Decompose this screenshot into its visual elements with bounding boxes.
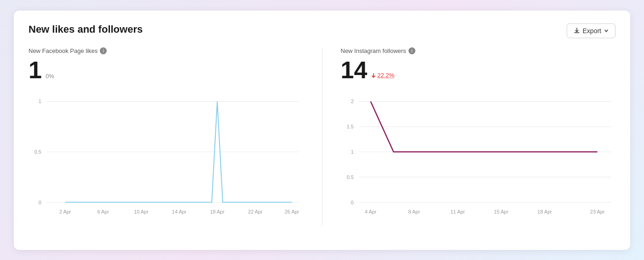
down-arrow-icon [371,73,376,78]
svg-text:1: 1 [39,98,41,104]
charts-row: New Facebook Page likes i 1 0% 1 0.5 0 [29,47,615,225]
facebook-chart-svg: 1 0.5 0 2 Apr 6 Apr 10 Apr 14 Apr 18 Apr… [29,87,304,225]
svg-text:0.5: 0.5 [346,174,353,179]
facebook-metric-change: 0% [46,73,54,80]
svg-text:18 Apr: 18 Apr [537,209,552,214]
chart-divider [322,47,322,225]
svg-text:1.5: 1.5 [346,124,353,129]
svg-text:2: 2 [351,98,353,104]
facebook-panel: New Facebook Page likes i 1 0% 1 0.5 0 [29,47,304,225]
facebook-metric-row: 1 0% [29,58,304,82]
instagram-chart: 2 1.5 1 0.5 0 4 Apr 8 Apr 11 Apr 15 Apr … [341,87,616,225]
facebook-info-icon[interactable]: i [100,47,107,54]
page-title: New likes and followers [29,23,143,35]
chevron-down-icon [604,29,609,33]
export-button[interactable]: Export [567,23,615,38]
svg-text:26 Apr: 26 Apr [285,209,299,214]
instagram-metric-value: 14 [341,58,368,82]
svg-text:0: 0 [351,199,353,205]
svg-text:11 Apr: 11 Apr [450,209,465,214]
instagram-info-icon[interactable]: i [408,47,415,54]
main-card: New likes and followers Export New Faceb… [14,11,630,250]
svg-text:0: 0 [39,199,41,205]
svg-text:22 Apr: 22 Apr [248,209,263,214]
instagram-panel: New Instagram followers i 14 22.2% [341,47,616,225]
instagram-chart-svg: 2 1.5 1 0.5 0 4 Apr 8 Apr 11 Apr 15 Apr … [341,87,616,225]
svg-text:2 Apr: 2 Apr [59,209,71,214]
instagram-metric-row: 14 22.2% [341,58,616,82]
svg-text:15 Apr: 15 Apr [494,209,508,214]
instagram-metric-change: 22.2% [371,72,394,79]
svg-text:1: 1 [351,149,353,155]
facebook-chart: 1 0.5 0 2 Apr 6 Apr 10 Apr 14 Apr 18 Apr… [29,87,304,225]
download-icon [574,28,580,34]
facebook-metric-value: 1 [29,58,42,82]
svg-text:18 Apr: 18 Apr [210,209,224,214]
card-header: New likes and followers Export [29,23,615,38]
instagram-subtitle: New Instagram followers i [341,47,616,54]
svg-text:23 Apr: 23 Apr [590,209,604,214]
svg-text:4 Apr: 4 Apr [364,209,376,214]
svg-text:6 Apr: 6 Apr [98,209,109,214]
svg-text:8 Apr: 8 Apr [408,209,420,214]
facebook-subtitle: New Facebook Page likes i [29,47,304,54]
svg-text:0.5: 0.5 [34,149,41,155]
svg-text:14 Apr: 14 Apr [172,209,187,214]
svg-text:10 Apr: 10 Apr [134,209,149,214]
